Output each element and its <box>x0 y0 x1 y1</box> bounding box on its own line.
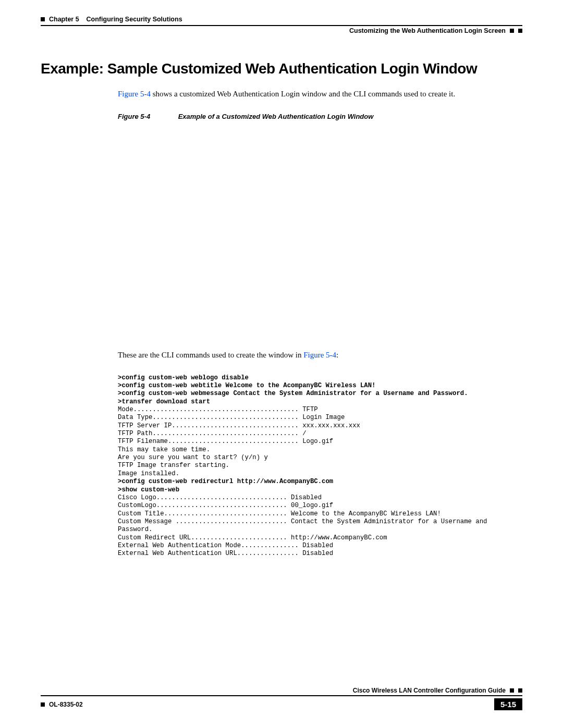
figure-caption-text: Example of a Customized Web Authenticati… <box>178 113 374 120</box>
square-bullet-icon <box>510 29 514 33</box>
figure-caption: Figure 5-4 Example of a Customized Web A… <box>118 113 522 120</box>
cli-output: Custom Redirect URL.....................… <box>118 534 387 541</box>
cli-intro-after: : <box>336 351 338 359</box>
square-bullet-icon <box>510 688 514 693</box>
cli-output: Custom Message .........................… <box>118 518 491 533</box>
footer-rule <box>41 695 522 696</box>
cli-intro-before: These are the CLI commands used to creat… <box>118 351 303 359</box>
page-heading: Example: Sample Customized Web Authentic… <box>41 60 522 77</box>
square-bullet-icon <box>41 17 45 21</box>
cli-output: Are you sure you want to start? (y/n) y <box>118 454 268 461</box>
footer-guide-title: Cisco Wireless LAN Controller Configurat… <box>353 687 506 694</box>
cli-command: >config custom-web webtitle Welcome to t… <box>118 382 375 389</box>
cli-output: TFTP Filename...........................… <box>118 438 333 445</box>
chapter-label: Chapter 5 <box>49 16 79 23</box>
cli-command: >transfer download start <box>118 398 210 405</box>
cli-output: TFTP Path...............................… <box>118 430 307 437</box>
figure-label: Figure 5-4 <box>118 113 176 120</box>
figure-link[interactable]: Figure 5-4 <box>303 351 336 359</box>
section-title: Customizing the Web Authentication Login… <box>349 27 506 34</box>
cli-output: Image installed. <box>118 470 179 477</box>
chapter-title: Configuring Security Solutions <box>87 16 182 23</box>
square-bullet-icon <box>518 688 522 693</box>
figure-link[interactable]: Figure 5-4 <box>118 90 151 98</box>
cli-command: >config custom-web webmessage Contact th… <box>118 390 468 397</box>
intro-paragraph: Figure 5-4 shows a customized Web Authen… <box>118 89 522 99</box>
page-number: 5-15 <box>494 698 522 710</box>
cli-output: TFTP Server IP..........................… <box>118 422 360 429</box>
cli-output: External Web Authentication Mode........… <box>118 542 333 549</box>
footer-doc-id: OL-8335-02 <box>49 701 83 708</box>
cli-intro-paragraph: These are the CLI commands used to creat… <box>118 350 522 360</box>
cli-output: CustomLogo..............................… <box>118 502 333 509</box>
cli-output: External Web Authentication URL.........… <box>118 550 333 557</box>
cli-command: >config custom-web weblogo disable <box>118 374 249 381</box>
square-bullet-icon <box>41 702 45 707</box>
cli-block: >config custom-web weblogo disable >conf… <box>118 374 522 558</box>
square-bullet-icon <box>518 29 522 33</box>
cli-output: Mode....................................… <box>118 406 318 413</box>
cli-output: This may take some time. <box>118 446 210 453</box>
cli-output: Cisco Logo..............................… <box>118 494 322 501</box>
header-left: Chapter 5 Configuring Security Solutions <box>41 16 182 23</box>
header-right: Customizing the Web Authentication Login… <box>349 27 522 34</box>
cli-output: Custom Title............................… <box>118 510 441 517</box>
cli-output: Data Type...............................… <box>118 414 345 421</box>
cli-output: TFTP Image transfer starting. <box>118 462 229 469</box>
intro-text: shows a customized Web Authentication Lo… <box>151 90 455 98</box>
cli-command: >config custom-web redirecturl http://ww… <box>118 478 333 485</box>
cli-command: >show custom-web <box>118 486 179 493</box>
